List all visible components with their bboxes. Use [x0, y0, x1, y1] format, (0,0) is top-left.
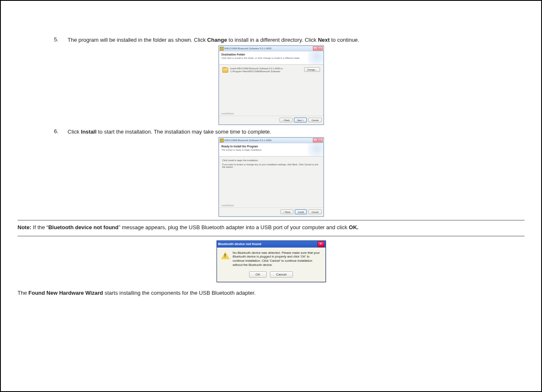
body-line-2: If you want to review or change any of y…	[222, 163, 320, 168]
header-title: Destination Folder	[222, 53, 321, 56]
back-button[interactable]: < Back	[280, 118, 292, 122]
step-6: 6. Click Install to start the installati…	[18, 128, 524, 136]
folder-icon	[222, 68, 228, 73]
step-number: 5.	[42, 36, 68, 44]
installer-dialog-ready: WIDCOMM Bluetooth Software 5.0.1.4000 - …	[219, 137, 324, 217]
ok-button[interactable]: OK	[249, 271, 267, 278]
header-title: Ready to Install the Program	[222, 145, 321, 148]
header-subtitle: Click Next to install to this folder, or…	[222, 57, 321, 59]
step-number: 6.	[42, 128, 68, 136]
alert-button-row: OK Cancel	[221, 271, 321, 278]
screenshot-alert: Bluetooth device not found × No Bluetoot…	[18, 240, 524, 282]
window-title: WIDCOMM Bluetooth Software 5.0.1.4000	[224, 139, 272, 142]
dialog-footer: < Back Install Cancel	[219, 207, 323, 216]
note-block: Note: If the “Bluetooth device not found…	[18, 220, 524, 236]
alert-dialog: Bluetooth device not found × No Bluetoot…	[217, 240, 326, 282]
content-area: 5. The program will be installed in the …	[18, 13, 524, 296]
alert-title: Bluetooth device not found	[218, 242, 262, 246]
dialog-footer: < Back Next > Cancel	[219, 116, 323, 124]
back-button[interactable]: < Back	[280, 210, 293, 214]
minimize-icon[interactable]: -	[313, 46, 318, 51]
status-label: InstallShield	[219, 203, 323, 207]
dialog-body: Click Install to begin the installation.…	[219, 157, 323, 203]
cancel-button[interactable]: Cancel	[270, 271, 293, 278]
cancel-button[interactable]: Cancel	[308, 118, 321, 122]
alert-message: No Bluetooth device was detected. Please…	[233, 251, 321, 267]
dialog-header: Ready to Install the Program The wizard …	[219, 143, 323, 157]
alert-titlebar: Bluetooth device not found ×	[217, 241, 325, 248]
step-text: The program will be installed in the fol…	[68, 36, 524, 44]
body-line-1: Click Install to begin the installation.	[222, 159, 320, 162]
dialog-header: Destination Folder Click Next to install…	[219, 51, 323, 65]
close-icon[interactable]: x	[318, 138, 323, 142]
app-icon	[220, 47, 224, 51]
screenshot-ready-install: WIDCOMM Bluetooth Software 5.0.1.4000 - …	[18, 137, 524, 217]
close-icon[interactable]: x	[318, 46, 323, 51]
header-subtitle: The wizard is ready to begin installatio…	[222, 149, 321, 151]
steps-list-2: 6. Click Install to start the installati…	[18, 128, 524, 136]
window-title: WIDCOMM Bluetooth Software 5.0.1.4000	[224, 47, 272, 50]
window-buttons: - x	[313, 46, 323, 51]
installer-dialog-destination: WIDCOMM Bluetooth Software 5.0.1.4000 - …	[219, 46, 324, 125]
dialog-body: Install WIDCOMM Bluetooth Software 5.0.1…	[219, 65, 323, 111]
close-icon[interactable]: ×	[318, 241, 324, 247]
status-label: InstallShield	[219, 111, 323, 116]
install-button[interactable]: Install	[295, 210, 307, 214]
titlebar: WIDCOMM Bluetooth Software 5.0.1.4000 - …	[219, 46, 323, 51]
step-text: Click Install to start the installation.…	[68, 128, 524, 136]
note-label: Note:	[18, 224, 31, 230]
change-button[interactable]: Change...	[304, 67, 320, 72]
warning-icon	[221, 252, 229, 259]
cancel-button[interactable]: Cancel	[308, 210, 321, 214]
app-icon	[220, 139, 224, 142]
window-buttons: - x	[313, 138, 323, 142]
final-paragraph: The Found New Hardware Wizard starts ins…	[18, 290, 524, 296]
screenshot-destination-folder: WIDCOMM Bluetooth Software 5.0.1.4000 - …	[18, 46, 524, 125]
destination-text: Install WIDCOMM Bluetooth Software 5.0.1…	[230, 67, 300, 73]
step-5: 5. The program will be installed in the …	[18, 36, 524, 44]
next-button[interactable]: Next >	[294, 118, 307, 122]
alert-body: No Bluetooth device was detected. Please…	[217, 248, 325, 282]
steps-list: 5. The program will be installed in the …	[18, 36, 524, 44]
minimize-icon[interactable]: -	[313, 138, 318, 142]
document-page: 5. The program will be installed in the …	[0, 0, 542, 392]
titlebar: WIDCOMM Bluetooth Software 5.0.1.4000 - …	[219, 138, 323, 143]
